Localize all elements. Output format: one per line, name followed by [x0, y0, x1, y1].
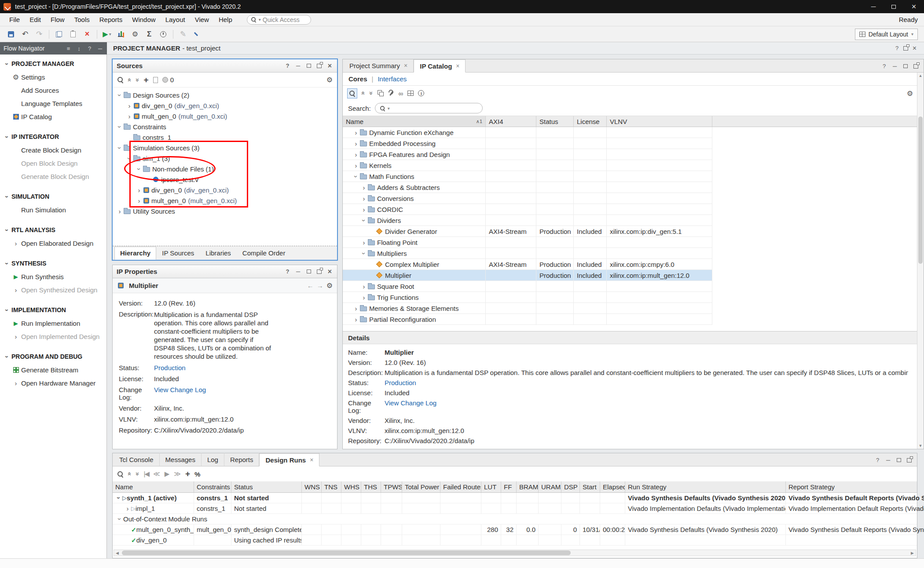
step-first-icon[interactable]: |◀ [144, 470, 149, 478]
menu-edit[interactable]: Edit [25, 14, 46, 26]
source-tree-item-utility-sources[interactable]: ›Utility Sources [113, 206, 337, 216]
search-icon[interactable] [117, 471, 124, 477]
add-run-icon[interactable]: + [185, 469, 190, 479]
runs-row-synth-1-active[interactable]: ›▷synth_1 (active)constrs_1Not startedVi… [113, 493, 917, 503]
catalog-row-math-functions[interactable]: ›Math Functions [343, 171, 712, 182]
chevron-right-icon[interactable]: › [352, 162, 359, 169]
scrollbar-thumb[interactable] [122, 550, 571, 555]
chevron-right-icon[interactable]: › [352, 129, 359, 136]
horizontal-scrollbar[interactable]: ◀ ▶ [114, 550, 916, 556]
source-tree-item-constraints[interactable]: ›Constraints [113, 121, 337, 132]
flownav-item-open-implemented-design[interactable]: ›Open Implemented Design [0, 330, 106, 343]
menu-view[interactable]: View [190, 14, 214, 26]
catalog-row-trig-functions[interactable]: ›Trig Functions [343, 292, 712, 303]
menu-file[interactable]: File [4, 14, 25, 26]
vertical-scrollbar[interactable]: ▲ ▼ [917, 73, 924, 449]
open-file-icon[interactable] [153, 77, 158, 83]
column-header-vlnv[interactable]: VLNV [607, 116, 712, 127]
close-icon[interactable]: × [911, 44, 918, 52]
settings-gear-icon[interactable]: ⚙ [907, 89, 913, 98]
chevron-down-icon[interactable]: › [360, 250, 368, 257]
catalog-row-cordic[interactable]: ›CORDIC [343, 204, 712, 215]
scrollbar-thumb[interactable] [918, 117, 923, 264]
chevron-right-icon[interactable]: › [352, 305, 359, 312]
sources-tab-hierarchy[interactable]: Hierarchy [114, 247, 156, 260]
min-icon[interactable]: ─ [885, 457, 891, 463]
scroll-up-icon[interactable]: ▲ [917, 73, 924, 78]
source-tree-item-div-gen-0[interactable]: ›div_gen_0(div_gen_0.xci) [113, 185, 337, 195]
menu-help[interactable]: Help [214, 14, 237, 26]
details-link[interactable]: View Change Log [385, 399, 436, 414]
column-header-ths[interactable]: THS [361, 481, 381, 492]
chevron-right-icon[interactable]: › [126, 102, 133, 109]
column-header-whs[interactable]: WHS [341, 481, 361, 492]
max-icon[interactable] [902, 64, 909, 68]
fast-backward-icon[interactable]: ≪ [153, 470, 160, 478]
catalog-row-adders-subtracters[interactable]: ›Adders & Subtracters [343, 182, 712, 193]
sources-tab-libraries[interactable]: Libraries [200, 247, 237, 260]
column-header-run-strategy[interactable]: Run Strategy [625, 481, 786, 492]
column-header-total-power[interactable]: Total Power [402, 481, 440, 492]
tab-log[interactable]: Log [202, 453, 224, 466]
close-icon[interactable]: × [310, 456, 313, 463]
chevron-down-icon[interactable]: › [352, 173, 360, 180]
catalog-row-memories-storage-elements[interactable]: ›Memories & Storage Elements [343, 303, 712, 314]
scroll-left-icon[interactable]: ◀ [116, 550, 119, 556]
menu-tools[interactable]: Tools [70, 14, 95, 26]
column-header-tpws[interactable]: TPWS [381, 481, 402, 492]
collapse-all-icon[interactable]: « [126, 78, 133, 82]
flownav-item-open-synthesized-design[interactable]: ›Open Synthesized Design [0, 283, 106, 296]
tab-reports[interactable]: Reports [224, 453, 260, 466]
expand-all-icon[interactable]: » [134, 472, 141, 476]
runs-group-row-out-of-context-module-runs[interactable]: ›Out-of-Context Module Runs [113, 514, 917, 524]
flownav-item-open-elaborated-design[interactable]: ›Open Elaborated Design [0, 237, 106, 250]
chevron-right-icon[interactable]: › [136, 197, 143, 204]
catalog-row-divider-generator[interactable]: Divider GeneratorAXI4-StreamProductionIn… [343, 226, 712, 237]
chevron-right-icon[interactable]: › [116, 208, 123, 215]
flownav-item-generate-bitstream[interactable]: Generate Bitstream [0, 363, 106, 376]
percent-icon[interactable]: % [194, 470, 200, 478]
source-tree-item-div-gen-0[interactable]: ›div_gen_0(div_gen_0.xci) [113, 100, 337, 111]
chevron-down-icon[interactable]: › [126, 155, 133, 162]
column-header-failed-routes[interactable]: Failed Routes [440, 481, 481, 492]
chevron-down-icon[interactable]: › [116, 144, 124, 151]
help-icon[interactable]: ? [284, 268, 291, 275]
help-icon[interactable]: ? [86, 45, 93, 52]
column-header-uram[interactable]: URAM [539, 481, 561, 492]
column-header-dsp[interactable]: DSP [561, 481, 580, 492]
menu-layout[interactable]: Layout [161, 14, 190, 26]
property-link[interactable]: View Change Log [154, 386, 206, 401]
chevron-right-icon[interactable]: › [360, 184, 367, 191]
window-minimize-button[interactable]: ─ [863, 0, 884, 13]
report-bar-chart-icon[interactable] [114, 28, 128, 40]
collapse-all-icon[interactable]: « [126, 472, 133, 476]
close-icon[interactable]: × [404, 62, 407, 69]
paste-icon[interactable] [66, 28, 80, 40]
flownav-item-open-hardware-manager[interactable]: ›Open Hardware Manager [0, 376, 106, 390]
float-icon[interactable] [902, 46, 909, 51]
tab-ip-catalog[interactable]: IP Catalog× [414, 59, 466, 73]
chevron-right-icon[interactable]: › [360, 239, 367, 246]
sources-tab-ip-sources[interactable]: IP Sources [156, 247, 200, 260]
source-tree-item-ipcore-test-v[interactable]: ipcore_test.v [113, 174, 337, 185]
column-header-license[interactable]: License [574, 116, 607, 127]
tab-interfaces[interactable]: Interfaces [378, 75, 407, 83]
source-tree-item-simulation-sources[interactable]: ›Simulation Sources(3) [113, 142, 337, 153]
column-header-axi4[interactable]: AXI4 [486, 116, 536, 127]
sources-tab-compile-order[interactable]: Compile Order [237, 247, 291, 260]
redo-icon[interactable]: ↷ [33, 28, 46, 40]
flownav-item-open-block-design[interactable]: Open Block Design [0, 157, 106, 170]
column-header-constraints[interactable]: Constraints [194, 481, 231, 492]
forward-icon[interactable]: → [317, 282, 323, 289]
flownav-section-header-ip-integrator[interactable]: ›IP INTEGRATOR [0, 130, 106, 143]
flownav-item-create-block-design[interactable]: Create Block Design [0, 143, 106, 157]
chevron-right-icon[interactable]: › [360, 294, 367, 301]
column-header-name[interactable]: Name∧1 [343, 116, 486, 127]
catalog-row-multipliers[interactable]: ›Multipliers [343, 248, 712, 259]
flownav-item-run-implementation[interactable]: ▶Run Implementation [0, 317, 106, 330]
flownav-section-header-program-and-debug[interactable]: ›PROGRAM AND DEBUG [0, 350, 106, 363]
chevron-down-icon[interactable]: › [116, 123, 124, 130]
expand-collapse-icon[interactable]: ↕ [76, 45, 82, 52]
max-icon[interactable] [895, 458, 902, 462]
group-by-hierarchy-icon[interactable] [378, 90, 384, 96]
